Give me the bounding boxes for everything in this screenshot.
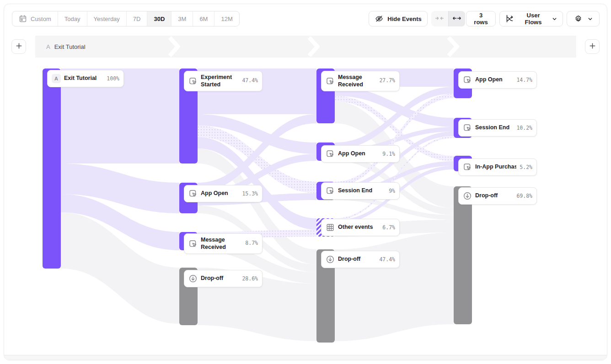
column-width-toggle [431, 11, 465, 26]
toolbar: CustomTodayYesterday7D30D3M6M12M Hide Ev… [0, 0, 611, 32]
node-label: Session End [338, 187, 386, 195]
settings-button[interactable] [567, 11, 600, 26]
date-range-label: 3M [178, 16, 186, 22]
collapse-columns-button[interactable] [431, 11, 448, 26]
node-value: 15.3% [242, 190, 258, 197]
chevron-down-icon [588, 16, 593, 21]
node-value: 5.2% [520, 164, 532, 170]
date-range-today[interactable]: Today [58, 11, 87, 26]
gear-icon [574, 15, 583, 23]
dropoff-icon [326, 255, 335, 264]
grid-icon [326, 223, 335, 232]
date-range-label: Yesterday [94, 16, 120, 22]
plus-icon [589, 42, 596, 51]
step-separator-chevron [308, 36, 320, 58]
flow-node-card-app2[interactable]: App Open15.3% [184, 185, 263, 202]
date-range-group: CustomTodayYesterday7D30D3M6M12M [12, 11, 240, 26]
flow-node-card-drop4[interactable]: Drop-off69.8% [458, 187, 537, 205]
footer-strip [4, 355, 607, 360]
expand-columns-button[interactable] [448, 11, 466, 26]
flow-link [335, 232, 454, 341]
node-label: Drop-off [338, 256, 376, 263]
node-label: App Open [475, 76, 513, 84]
date-range-3m[interactable]: 3M [171, 11, 193, 26]
date-range-label: Custom [31, 16, 51, 22]
node-label: Exit Tutorial [64, 75, 103, 82]
flow-node-bar-drop4[interactable] [454, 186, 472, 324]
add-step-left-button[interactable] [11, 39, 26, 54]
node-label: Session End [475, 124, 513, 132]
date-range-label: 6M [199, 16, 208, 22]
node-value: 8.7% [245, 240, 258, 246]
eye-off-icon [375, 14, 384, 23]
flow-node-card-exp2[interactable]: Experiment Started47.4% [184, 71, 263, 91]
date-range-yesterday[interactable]: Yesterday [87, 11, 126, 26]
flow-node-card-other3[interactable]: Other events6.7% [321, 219, 400, 236]
event-icon [188, 239, 198, 248]
flow-node-card-app3[interactable]: App Open9.1% [321, 145, 400, 163]
node-value: 6.7% [382, 224, 395, 231]
arrows-inward-icon [435, 15, 444, 23]
node-label: Message Received [338, 74, 376, 88]
event-icon [188, 77, 198, 86]
node-label: App Open [201, 190, 239, 197]
user-flows-icon [505, 14, 515, 23]
node-value: 100% [107, 75, 119, 82]
dropoff-icon [463, 191, 472, 200]
flow-node-card-app4[interactable]: App Open14.7% [458, 71, 537, 89]
calendar-icon [19, 15, 27, 23]
node-label: Other events [338, 224, 379, 231]
flow-node-card-sess3[interactable]: Session End9% [321, 182, 400, 200]
flow-node-card-drop3[interactable]: Drop-off47.4% [321, 251, 400, 268]
node-value: 10.2% [516, 125, 532, 131]
node-label: Drop-off [475, 192, 513, 200]
event-icon [463, 123, 472, 132]
date-range-custom[interactable]: Custom [12, 11, 58, 26]
dropoff-icon [188, 274, 198, 283]
date-range-label: 12M [221, 16, 232, 22]
date-range-label: 30D [154, 16, 165, 22]
flow-node-card-iap4[interactable]: In-App Purchase5.2% [458, 158, 537, 176]
rows-label: 3 rows [472, 12, 490, 26]
view-selector-label: User Flows [518, 12, 548, 26]
rows-button[interactable]: 3 rows [466, 11, 496, 26]
date-range-7d[interactable]: 7D [126, 11, 147, 26]
node-value: 27.7% [379, 77, 395, 84]
add-step-right-button[interactable] [585, 39, 600, 54]
date-range-30d[interactable]: 30D [147, 11, 171, 26]
node-label: In-App Purchase [475, 164, 516, 171]
date-range-6m[interactable]: 6M [193, 11, 214, 26]
date-range-label: Today [64, 16, 80, 22]
flow-node-card-drop2[interactable]: Drop-off28.6% [184, 270, 263, 287]
node-label: App Open [338, 150, 379, 158]
flow-node-card-sess4[interactable]: Session End10.2% [458, 119, 537, 137]
node-value: 47.4% [379, 256, 395, 263]
date-range-12m[interactable]: 12M [214, 11, 239, 26]
step-separator-chevron [447, 36, 459, 58]
node-value: 47.4% [242, 77, 258, 84]
hide-events-button[interactable]: Hide Events [369, 11, 428, 26]
node-value: 9.1% [382, 151, 395, 157]
steps-banner[interactable]: A Exit Tutorial [35, 36, 576, 58]
flow-node-card-msg3[interactable]: Message Received27.7% [321, 71, 400, 91]
step-badge: A [46, 43, 50, 50]
event-icon [326, 186, 335, 195]
chevron-down-icon [552, 16, 557, 21]
flow-node-card-exit[interactable]: AExit Tutorial100% [47, 70, 124, 87]
view-selector-button[interactable]: User Flows [499, 11, 563, 26]
node-value: 9% [389, 188, 395, 194]
node-badge: A [52, 74, 61, 83]
step-title: Exit Tutorial [54, 43, 86, 50]
event-icon [326, 77, 335, 86]
flow-node-card-msg2[interactable]: Message Received8.7% [184, 233, 263, 254]
event-icon [326, 149, 335, 158]
flow-node-bar-exit[interactable] [43, 69, 61, 269]
step-separator-chevron [168, 36, 180, 58]
plus-icon [16, 42, 22, 51]
node-value: 14.7% [516, 77, 532, 83]
arrows-outward-icon [452, 15, 461, 23]
event-icon [463, 75, 472, 84]
node-label: Message Received [201, 237, 242, 251]
node-value: 28.6% [242, 275, 258, 282]
node-value: 69.8% [516, 193, 532, 199]
